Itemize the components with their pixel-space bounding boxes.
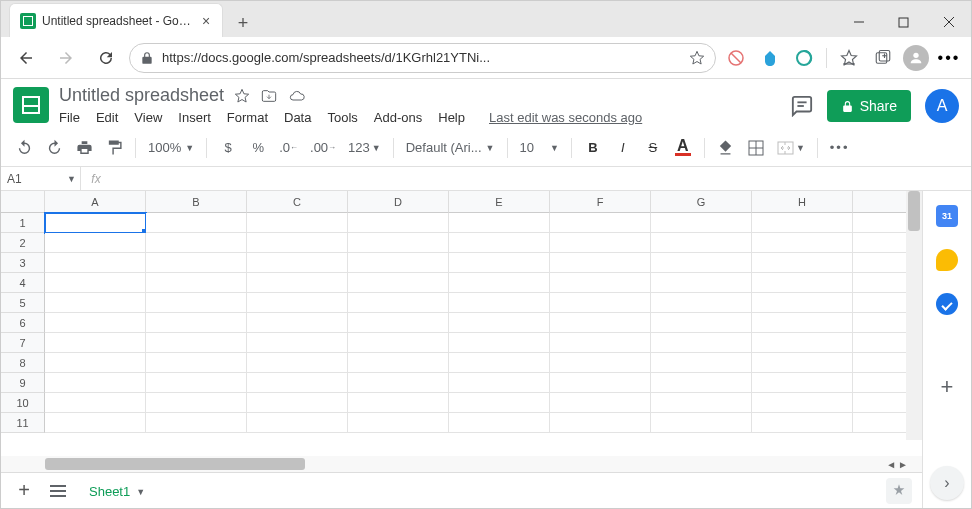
cell[interactable] (752, 393, 853, 413)
cell[interactable] (651, 413, 752, 433)
row-header[interactable]: 4 (1, 273, 45, 293)
cell[interactable] (146, 253, 247, 273)
row-header[interactable]: 3 (1, 253, 45, 273)
cell[interactable] (45, 393, 146, 413)
cell[interactable] (651, 273, 752, 293)
maximize-button[interactable] (881, 7, 926, 37)
cell[interactable] (651, 213, 752, 233)
cell[interactable] (348, 273, 449, 293)
cell[interactable] (146, 413, 247, 433)
name-box[interactable]: A1▼ (1, 167, 81, 190)
menu-help[interactable]: Help (438, 110, 465, 125)
cell[interactable] (247, 233, 348, 253)
cell[interactable] (651, 253, 752, 273)
cell[interactable] (247, 213, 348, 233)
cell[interactable] (146, 273, 247, 293)
cell[interactable] (651, 353, 752, 373)
column-header[interactable]: F (550, 191, 651, 213)
cell[interactable] (651, 313, 752, 333)
user-avatar[interactable]: A (925, 89, 959, 123)
menu-data[interactable]: Data (284, 110, 311, 125)
cell[interactable] (752, 333, 853, 353)
all-sheets-button[interactable] (45, 478, 71, 504)
menu-edit[interactable]: Edit (96, 110, 118, 125)
redo-button[interactable] (41, 135, 67, 161)
cell[interactable] (550, 233, 651, 253)
cell[interactable] (550, 273, 651, 293)
formula-input[interactable] (111, 167, 971, 190)
cell[interactable] (752, 313, 853, 333)
merge-cells-button[interactable]: ▼ (773, 135, 809, 161)
menu-insert[interactable]: Insert (178, 110, 211, 125)
increase-decimal-button[interactable]: .00→ (306, 135, 340, 161)
cell[interactable] (247, 393, 348, 413)
paint-format-button[interactable] (101, 135, 127, 161)
row-header[interactable]: 10 (1, 393, 45, 413)
cell[interactable] (550, 213, 651, 233)
cell[interactable] (550, 333, 651, 353)
menu-addons[interactable]: Add-ons (374, 110, 422, 125)
cell[interactable] (348, 293, 449, 313)
vertical-scrollbar[interactable] (906, 191, 922, 440)
sheet-tab-active[interactable]: Sheet1▼ (79, 476, 155, 505)
extension-icon-3[interactable] (790, 44, 818, 72)
cell[interactable] (449, 413, 550, 433)
font-dropdown[interactable]: Default (Ari...▼ (402, 140, 499, 155)
cell[interactable] (247, 273, 348, 293)
italic-button[interactable]: I (610, 135, 636, 161)
row-header[interactable]: 1 (1, 213, 45, 233)
cell[interactable] (45, 293, 146, 313)
browser-tab[interactable]: Untitled spreadsheet - Google Sh × (9, 3, 223, 37)
cell[interactable] (752, 233, 853, 253)
cell[interactable] (247, 333, 348, 353)
cell[interactable] (45, 353, 146, 373)
row-header[interactable]: 6 (1, 313, 45, 333)
fill-color-button[interactable] (713, 135, 739, 161)
cell[interactable] (45, 413, 146, 433)
cell[interactable] (45, 273, 146, 293)
row-header[interactable]: 5 (1, 293, 45, 313)
cell[interactable] (752, 293, 853, 313)
horizontal-scrollbar[interactable]: ◄► (1, 456, 922, 472)
cell[interactable] (449, 233, 550, 253)
strikethrough-button[interactable]: S (640, 135, 666, 161)
add-sheet-button[interactable]: + (11, 478, 37, 504)
cell[interactable] (348, 313, 449, 333)
text-color-button[interactable]: A (670, 135, 696, 161)
cell[interactable] (348, 373, 449, 393)
cell[interactable] (247, 413, 348, 433)
cell[interactable] (449, 373, 550, 393)
more-formats-button[interactable]: 123▼ (344, 135, 385, 161)
cell[interactable] (449, 313, 550, 333)
menu-file[interactable]: File (59, 110, 80, 125)
cell[interactable] (752, 353, 853, 373)
cell[interactable] (45, 373, 146, 393)
cell[interactable] (348, 353, 449, 373)
tasks-icon[interactable] (936, 293, 958, 315)
explore-button[interactable] (886, 478, 912, 504)
row-header[interactable]: 11 (1, 413, 45, 433)
close-window-button[interactable] (926, 7, 971, 37)
cell[interactable] (146, 293, 247, 313)
cell[interactable] (550, 253, 651, 273)
cell[interactable] (45, 313, 146, 333)
cell[interactable] (247, 253, 348, 273)
cloud-status-icon[interactable] (288, 88, 306, 104)
addons-plus-icon[interactable]: + (941, 374, 954, 400)
favorites-icon[interactable] (835, 44, 863, 72)
collapse-side-panel-button[interactable]: › (930, 466, 964, 500)
cell[interactable] (752, 253, 853, 273)
cell[interactable] (752, 213, 853, 233)
scroll-left-icon[interactable]: ◄ (886, 459, 896, 470)
currency-button[interactable]: $ (215, 135, 241, 161)
cell[interactable] (348, 253, 449, 273)
cell[interactable] (348, 413, 449, 433)
cell[interactable] (45, 233, 146, 253)
cell[interactable] (449, 253, 550, 273)
cell[interactable] (348, 213, 449, 233)
zoom-dropdown[interactable]: 100%▼ (144, 140, 198, 155)
cell[interactable] (247, 313, 348, 333)
undo-button[interactable] (11, 135, 37, 161)
favorite-star-icon[interactable] (689, 50, 705, 66)
menu-view[interactable]: View (134, 110, 162, 125)
